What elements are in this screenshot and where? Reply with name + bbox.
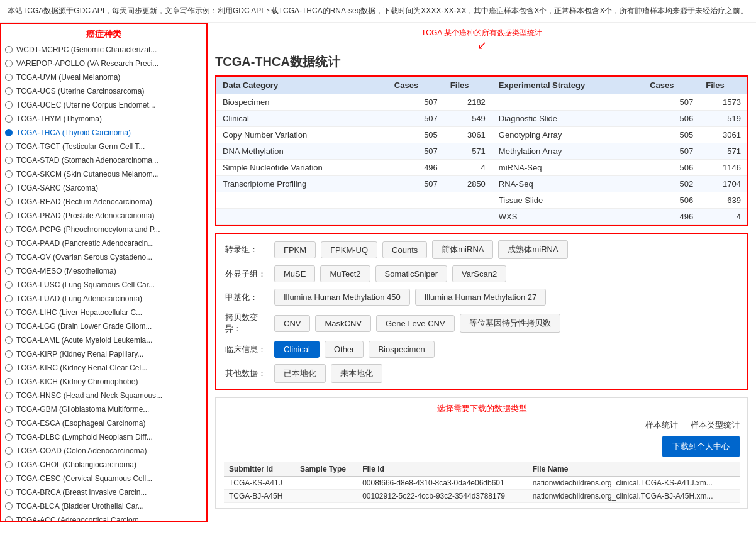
sidebar-item[interactable]: TCGA-COAD (Colon Adenocarcinoma) — [1, 444, 206, 458]
col-cases-right: Cases — [643, 77, 699, 94]
sidebar-item[interactable]: TCGA-KICH (Kidney Chromophobe) — [1, 375, 206, 389]
sidebar-item-label: TCGA-BLCA (Bladder Urothelial Car... — [16, 501, 144, 512]
sidebar-item[interactable]: TCGA-OV (Ovarian Serous Cystadeno... — [1, 250, 206, 264]
sidebar-item[interactable]: TCGA-SKCM (Skin Cutaneous Melanom... — [1, 167, 206, 181]
sidebar-item[interactable]: TCGA-HNSC (Head and Neck Squamous... — [1, 389, 206, 402]
files-left-cell — [444, 209, 492, 225]
sidebar-item[interactable]: TCGA-ACC (Adrenocortical Carciom... — [1, 513, 206, 522]
radio-icon — [5, 323, 13, 330]
sidebar-item-label: TCGA-GBM (Glioblastoma Multiforme... — [16, 404, 149, 415]
radio-icon — [5, 295, 13, 302]
sidebar-item[interactable]: TCGA-PRAD (Prostate Adenocarcinoma) — [1, 209, 206, 223]
filter-btn-varscan2[interactable]: VarScan2 — [452, 265, 506, 282]
sidebar-item-label: TCGA-LIHC (Liver Hepatocellular C... — [16, 307, 142, 318]
sidebar-item[interactable]: TCGA-MESO (Mesothelioma) — [1, 264, 206, 278]
sidebar-item-label: TCGA-LGG (Brain Lower Grade Gliom... — [16, 321, 152, 332]
col-cases-left: Cases — [388, 77, 444, 94]
sidebar-item[interactable]: TCGA-THCA (Thyroid Carcinoma) — [1, 126, 206, 140]
sidebar-item[interactable]: TCGA-THYM (Thymoma) — [1, 112, 206, 126]
filter-btn-premirna[interactable]: 前体miRNA — [432, 240, 493, 259]
filter-btn-notlocalized[interactable]: 未本地化 — [331, 364, 382, 383]
sidebar-item[interactable]: TCGA-UCS (Uterine Carcinosarcoma) — [1, 84, 206, 98]
sidebar-item[interactable]: TCGA-DLBC (Lymphoid Neoplasm Diff... — [1, 430, 206, 444]
col-file-id: File Id — [357, 462, 528, 477]
file_id-cell: 0008f666-d8e8-4310-8ca3-0da4e06db601 — [357, 477, 528, 490]
stats-title: TCGA-THCA数据统计 — [215, 53, 748, 70]
sidebar-item[interactable]: TCGA-LAML (Acute Myeloid Leukemia... — [1, 333, 206, 347]
sidebar-item[interactable]: TCGA-SARC (Sarcoma) — [1, 181, 206, 195]
filter-btn-fpkm[interactable]: FPKM — [274, 241, 316, 258]
filter-btn-clinical[interactable]: Clinical — [274, 341, 320, 358]
sidebar-item[interactable]: TCGA-PAAD (Pancreatic Adenocaracin... — [1, 236, 206, 250]
cases-right-cell: 506 — [643, 160, 699, 176]
radio-icon — [5, 157, 13, 164]
files-right-cell: 571 — [699, 143, 747, 160]
filter-btn-counts[interactable]: Counts — [382, 241, 427, 258]
sidebar-item[interactable]: TCGA-ESCA (Esophageal Carcinoma) — [1, 416, 206, 430]
sidebar-item[interactable]: TCGA-READ (Rectum Adenocarcinoma) — [1, 195, 206, 209]
sidebar-item[interactable]: TCGA-KIRP (Kidney Renal Papillary... — [1, 347, 206, 361]
radio-icon — [5, 46, 13, 53]
radio-icon — [5, 115, 13, 123]
cases-right-cell: 506 — [643, 192, 699, 209]
filter-btn-mutect2[interactable]: MuTect2 — [320, 265, 370, 282]
sidebar-item[interactable]: VAREPOP-APOLLO (VA Research Preci... — [1, 57, 206, 70]
filter-btn-maturemirna[interactable]: 成熟体miRNA — [498, 240, 567, 259]
filter-btn-localized[interactable]: 已本地化 — [274, 364, 326, 383]
col-file-name: File Name — [528, 462, 740, 477]
radio-icon — [5, 74, 13, 81]
download-table: Submitter Id Sample Type File Id File Na… — [224, 462, 740, 503]
sidebar-item[interactable]: TCGA-BLCA (Bladder Urothelial Car... — [1, 499, 206, 513]
data-category-cell — [216, 192, 388, 209]
sidebar-item[interactable]: TCGA-UVM (Uveal Melanoma) — [1, 70, 206, 84]
sidebar-item-label: TCGA-LAML (Acute Myeloid Leukemia... — [16, 335, 152, 346]
radio-icon — [5, 226, 13, 233]
filter-btn-somaticsniper[interactable]: SomaticSniper — [375, 265, 448, 282]
radio-icon — [5, 198, 13, 206]
strategy-cell: Methylation Array — [492, 143, 643, 160]
sidebar-item[interactable]: TCGA-CESC (Cervical Squamous Cell... — [1, 472, 206, 485]
filter-btn-27[interactable]: Illumina Human Methylation 27 — [415, 289, 546, 306]
file_id-cell: 00102912-5c22-4ccb-93c2-3544d3788179 — [357, 490, 528, 503]
sidebar-item-label: TCGA-ACC (Adrenocortical Carciom... — [16, 514, 145, 522]
col-data-category: Data Category — [216, 77, 388, 94]
sidebar-item[interactable]: TCGA-STAD (Stomach Adenocarcinoma... — [1, 153, 206, 167]
stats-table-body: Biospecimen50721825071573Clinical507549D… — [216, 94, 747, 225]
filter-btn-450[interactable]: Illumina Human Methylation 450 — [274, 289, 410, 306]
sidebar-item[interactable]: WCDT-MCRPC (Genomic Characterizat... — [1, 43, 206, 57]
radio-icon — [5, 212, 13, 219]
radio-icon — [5, 419, 13, 427]
sidebar-item[interactable]: TCGA-CHOL (Cholangiocarcinoma) — [1, 458, 206, 472]
radio-icon — [5, 406, 13, 413]
sidebar-item[interactable]: TCGA-GBM (Glioblastoma Multiforme... — [1, 402, 206, 416]
download-button[interactable]: 下载到个人中心 — [662, 436, 740, 457]
filter-btn-maskcnv[interactable]: MaskCNV — [315, 315, 371, 332]
sidebar-item[interactable]: TCGA-LGG (Brain Lower Grade Gliom... — [1, 319, 206, 333]
sidebar-item-label: TCGA-THCA (Thyroid Carcinoma) — [16, 127, 131, 138]
filter-btn-biospecimen[interactable]: Biospecimen — [369, 341, 434, 358]
sidebar-item[interactable]: TCGA-LUSC (Lung Squamous Cell Car... — [1, 278, 206, 292]
filter-btn-muse[interactable]: MuSE — [274, 265, 315, 282]
sidebar-item-label: TCGA-HNSC (Head and Neck Squamous... — [16, 390, 162, 401]
sidebar-item[interactable]: TCGA-BRCA (Breast Invasive Carcin... — [1, 485, 206, 499]
sidebar-item[interactable]: TCGA-LUAD (Lung Adenocarcinoma) — [1, 292, 206, 306]
sidebar-item-label: TCGA-KIRC (Kidney Renal Clear Cel... — [16, 362, 147, 374]
filter-btn-other[interactable]: Other — [325, 341, 364, 358]
radio-icon — [5, 143, 13, 150]
strategy-cell — [492, 94, 643, 111]
sidebar-item-label: TCGA-SKCM (Skin Cutaneous Melanom... — [16, 169, 159, 180]
filter-btn-geneleve[interactable]: Gene Leve CNV — [376, 315, 455, 332]
filter-btn-fpkm-uq[interactable]: FPKM-UQ — [321, 241, 377, 258]
sidebar-item[interactable]: TCGA-TGCT (Testicular Germ Cell T... — [1, 140, 206, 153]
stat-sample: 样本统计 — [645, 419, 678, 431]
radio-icon — [5, 392, 13, 399]
filter-label-transcriptome: 转录组： — [225, 244, 269, 255]
sidebar-item[interactable]: TCGA-KIRC (Kidney Renal Clear Cel... — [1, 361, 206, 375]
sidebar-item[interactable]: TCGA-PCPG (Pheochromocytoma and P... — [1, 223, 206, 236]
sidebar-item-label: TCGA-SARC (Sarcoma) — [16, 182, 98, 194]
filter-btn-cnv[interactable]: CNV — [274, 315, 310, 332]
sidebar-item[interactable]: TCGA-UCEC (Uterine Corpus Endomet... — [1, 98, 206, 112]
sidebar-item-label: TCGA-MESO (Mesothelioma) — [16, 265, 116, 277]
sidebar-item[interactable]: TCGA-LIHC (Liver Hepatocellular C... — [1, 306, 206, 319]
filter-btn-allele[interactable]: 等位基因特异性拷贝数 — [460, 314, 560, 333]
